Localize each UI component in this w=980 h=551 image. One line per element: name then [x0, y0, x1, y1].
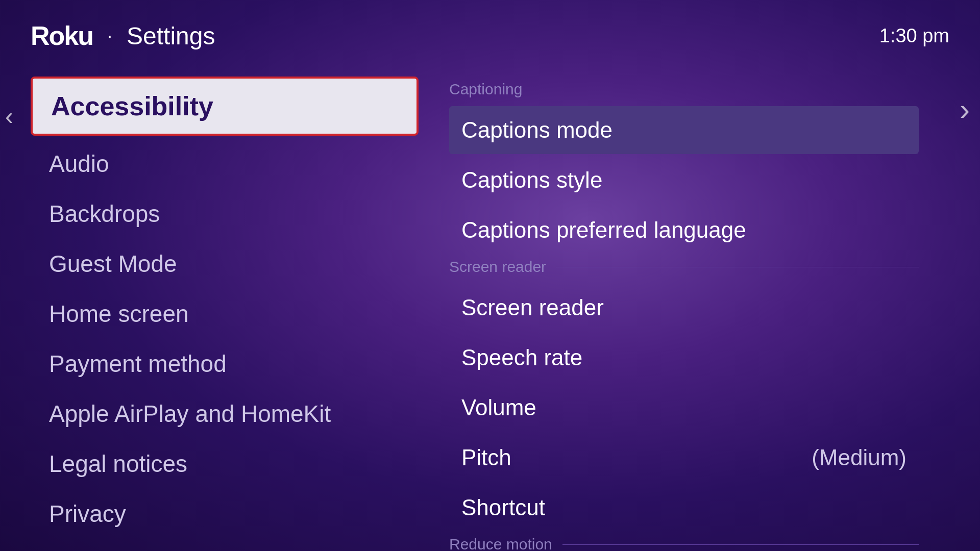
sidebar-item-guest-mode-label: Guest Mode	[49, 251, 177, 277]
roku-logo: Roku	[31, 20, 93, 51]
sidebar-item-payment-method[interactable]: Payment method	[31, 340, 419, 388]
sidebar-item-audio-label: Audio	[49, 151, 109, 177]
header-dot: ·	[107, 25, 112, 46]
sidebar-item-legal-label: Legal notices	[49, 450, 187, 477]
reduce-motion-section-label: Reduce motion	[449, 536, 919, 551]
right-item-captions-mode[interactable]: Captions mode	[449, 106, 919, 154]
right-panel: Captioning Captions mode Captions style …	[419, 77, 949, 546]
shortcut-label: Shortcut	[461, 495, 545, 520]
sidebar-item-guest-mode[interactable]: Guest Mode	[31, 240, 419, 288]
nav-left-arrow[interactable]: ‹	[5, 102, 13, 130]
volume-label: Volume	[461, 395, 536, 420]
sidebar-item-home-screen[interactable]: Home screen	[31, 290, 419, 338]
right-item-speech-rate[interactable]: Speech rate	[449, 334, 919, 382]
right-item-volume[interactable]: Volume	[449, 384, 919, 432]
page-title: Settings	[127, 22, 215, 50]
sidebar-item-audio[interactable]: Audio	[31, 140, 419, 188]
right-item-screen-reader[interactable]: Screen reader	[449, 284, 919, 332]
right-item-captions-language[interactable]: Captions preferred language	[449, 206, 919, 254]
captioning-section-label: Captioning	[449, 81, 919, 98]
pitch-label: Pitch	[461, 445, 511, 470]
sidebar-item-airplay-label: Apple AirPlay and HomeKit	[49, 400, 331, 427]
sidebar-item-home-screen-label: Home screen	[49, 300, 189, 327]
right-item-captions-style[interactable]: Captions style	[449, 156, 919, 204]
sidebar-item-backdrops[interactable]: Backdrops	[31, 190, 419, 238]
screen-reader-divider	[556, 267, 919, 267]
screen-reader-label: Screen reader	[461, 295, 604, 320]
nav-item-accessibility-label: Accessibility	[51, 91, 213, 121]
speech-rate-label: Speech rate	[461, 345, 582, 370]
right-item-shortcut[interactable]: Shortcut	[449, 484, 919, 532]
captions-style-label: Captions style	[461, 167, 602, 193]
sidebar-item-backdrops-label: Backdrops	[49, 201, 160, 227]
right-item-pitch[interactable]: Pitch (Medium)	[449, 434, 919, 482]
header: Roku · Settings 1:30 pm	[0, 0, 980, 66]
sidebar-item-payment-method-label: Payment method	[49, 350, 227, 377]
sidebar-item-help[interactable]: Help	[31, 540, 419, 551]
captions-mode-label: Captions mode	[461, 117, 612, 143]
sidebar-item-privacy[interactable]: Privacy	[31, 490, 419, 538]
nav-item-accessibility-selected[interactable]: Accessibility	[31, 77, 419, 136]
nav-right-arrow[interactable]: ›	[960, 92, 970, 127]
main-content: ‹ Accessibility Audio Backdrops Guest Mo…	[0, 66, 980, 546]
captions-language-label: Captions preferred language	[461, 217, 746, 243]
pitch-value: (Medium)	[812, 445, 906, 470]
screen-reader-section-label: Screen reader	[449, 258, 919, 276]
header-left: Roku · Settings	[31, 20, 215, 51]
sidebar-item-privacy-label: Privacy	[49, 500, 126, 527]
clock: 1:30 pm	[879, 25, 949, 47]
left-nav: ‹ Accessibility Audio Backdrops Guest Mo…	[31, 77, 419, 546]
sidebar-item-legal[interactable]: Legal notices	[31, 440, 419, 488]
sidebar-item-airplay[interactable]: Apple AirPlay and HomeKit	[31, 390, 419, 438]
reduce-motion-divider	[562, 544, 919, 545]
